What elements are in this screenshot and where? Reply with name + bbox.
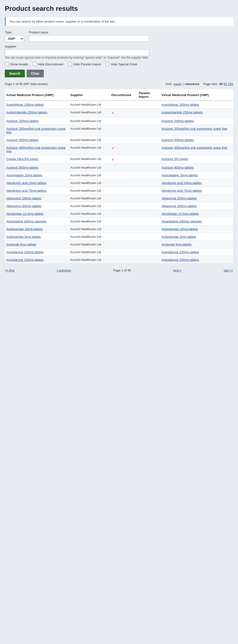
parallel-cell [137, 248, 160, 256]
parallel-cell [137, 155, 160, 164]
table-row: Alendronic acid 10mg tabletsAccord Healt… [5, 179, 233, 187]
amp-link[interactable]: Amiodarone 100mg tablets [6, 250, 44, 254]
hide-parallel-label: Hide Parallel Import [73, 62, 101, 66]
vmp-link[interactable]: Acetazolamide 250mg tablets [162, 110, 203, 114]
amp-link[interactable]: Aceclofenac 100mg tablets [6, 103, 44, 106]
discontinued-cell [110, 194, 137, 202]
amp-link[interactable]: Ambrisentan 10mg tablets [6, 227, 43, 231]
amp-link[interactable]: Amantadine 100mg capsules [6, 220, 47, 223]
supplier-input[interactable]: Accord [5, 49, 149, 56]
vmp-link[interactable]: Aciclovir 200mg tablets [162, 119, 194, 123]
amp-cell: Allopurinol 300mg tablets [5, 202, 69, 210]
supplier-cell: Accord Healthcare Ltd [69, 248, 110, 256]
parallel-cell [137, 144, 160, 155]
supplier-cell: Accord Healthcare Ltd [69, 194, 110, 202]
discontinued-cell [110, 164, 137, 172]
pagination-next[interactable]: next > [173, 268, 182, 272]
amp-link[interactable]: Amiloride 5mg tablets [6, 242, 36, 246]
vmp-link[interactable]: Almotriptan 12.5mg tablets [162, 212, 199, 216]
show-invalid-checkbox-item: Show Invalid [5, 62, 28, 66]
sort-label: Sort: [166, 82, 172, 86]
table-row: Amantadine 100mg capsulesAccord Healthca… [5, 218, 233, 225]
amp-link[interactable]: Aciclovir 200mg/5ml oral suspension suga… [6, 127, 66, 134]
discontinued-cell [110, 101, 137, 108]
hide-parallel-checkbox-item: Hide Parallel Import [68, 62, 101, 66]
hide-parallel-checkbox[interactable] [68, 62, 72, 66]
vmp-link[interactable]: Agomelatine 25mg tablets [162, 174, 198, 177]
supplier-cell: Accord Healthcare Ltd [69, 101, 110, 108]
vmp-link[interactable]: Alendronic acid 10mg tablets [162, 181, 202, 185]
hide-discontinued-checkbox[interactable] [33, 62, 37, 66]
vmp-link[interactable]: Alendronic acid 70mg tablets [162, 189, 202, 192]
amp-link[interactable]: Aciclovir 800mg tablets [6, 166, 39, 169]
amp-cell: Aciclovir 800mg tablets [5, 164, 69, 172]
vmp-cell: Almotriptan 12.5mg tablets [160, 210, 233, 218]
supplier-cell: Accord Healthcare Ltd [69, 202, 110, 210]
product-name-input[interactable] [29, 35, 149, 42]
vmp-link[interactable]: Aciclovir 800mg tablets [162, 166, 194, 169]
table-row: Amiodarone 100mg tabletsAccord Healthcar… [5, 248, 233, 256]
amp-link[interactable]: Almotriptan 12.5mg tablets [6, 212, 44, 216]
discontinued-cell [110, 202, 137, 210]
clear-button[interactable]: Clear [27, 70, 44, 77]
table-row: Allopurinol 100mg tabletsAccord Healthca… [5, 194, 233, 202]
amp-link[interactable]: Acetazolamide 250mg tablets [6, 110, 47, 114]
type-select[interactable]: AMP VMP VMPP AMPP [5, 35, 24, 42]
pagination-first[interactable]: << first [5, 268, 15, 272]
parallel-cell [137, 225, 160, 233]
vmp-link[interactable]: Aciclovir 5% cream [162, 157, 188, 161]
supplier-cell: Accord Healthcare Ltd [69, 155, 110, 164]
vmp-link[interactable]: Allopurinol 300mg tablets [162, 204, 197, 208]
table-row: Ambrisentan 5mg tabletsAccord Healthcare… [5, 233, 233, 241]
parallel-cell [137, 108, 160, 117]
supplier-cell: Accord Healthcare Ltd [69, 179, 110, 187]
vmp-link[interactable]: Ambrisentan 5mg tablets [162, 235, 196, 238]
show-invalid-checkbox[interactable] [5, 62, 9, 66]
supplier-cell: Accord Healthcare Ltd [69, 144, 110, 155]
parallel-cell [137, 241, 160, 248]
vmp-link[interactable]: Ambrisentan 10mg tablets [162, 227, 198, 231]
vmp-cell: Aciclovir 5% cream [160, 155, 233, 164]
amp-cell: Ambrisentan 10mg tablets [5, 225, 69, 233]
amp-link[interactable]: Aciclovir 400mg/5ml oral suspension suga… [6, 146, 66, 153]
info-box: You can search by either product name, s… [5, 17, 233, 26]
results-table: Actual Medicinal Product (AMP) Supplier … [5, 89, 233, 264]
search-button[interactable]: Search [5, 70, 25, 77]
vmp-link[interactable]: Amantadine 100mg capsules [162, 220, 202, 223]
discontinued-cell [110, 241, 137, 248]
vmp-link[interactable]: Aceclofenac 100mg tablets [162, 103, 199, 106]
table-header-row: Actual Medicinal Product (AMP) Supplier … [5, 89, 233, 101]
amp-cell: Aciclovir 200mg/5ml oral suspension suga… [5, 125, 69, 136]
amp-link[interactable]: Aciclovir 400mg tablets [6, 138, 39, 142]
hide-special-order-checkbox[interactable] [106, 62, 109, 66]
amp-link[interactable]: Alendronic acid 70mg tablets [6, 189, 46, 192]
amp-link[interactable]: Allopurinol 300mg tablets [6, 204, 41, 208]
page-size-50-link[interactable]: 50 [223, 82, 227, 86]
supplier-cell: Accord Healthcare Ltd [69, 210, 110, 218]
results-summary: Page 1 of 45 (897 total results) [5, 82, 48, 86]
parallel-cell [137, 194, 160, 202]
amp-link[interactable]: Alendronic acid 10mg tablets [6, 181, 46, 185]
amp-link[interactable]: Amiodarone 200mg tablets [6, 258, 44, 262]
vmp-link[interactable]: Allopurinol 100mg tablets [162, 196, 197, 200]
pagination-last[interactable]: last >> [224, 268, 233, 272]
vmp-link[interactable]: Aciclovir 400mg/5ml oral suspension suga… [162, 146, 227, 150]
vmp-cell: Amiodarone 100mg tablets [160, 248, 233, 256]
col-header-vmp: Virtual Medicinal Product (VMP) [160, 89, 233, 101]
amp-link[interactable]: Allopurinol 100mg tablets [6, 196, 41, 200]
vmp-link[interactable]: Amiodarone 100mg tablets [162, 250, 199, 254]
amp-link[interactable]: Ambrisentan 5mg tablets [6, 235, 41, 238]
amp-link[interactable]: Aciclovir 200mg tablets [6, 119, 39, 123]
amp-cell: Aciclovir 200mg tablets [5, 117, 69, 125]
pagination-previous[interactable]: < previous [57, 268, 71, 272]
vmp-link[interactable]: Aciclovir 200mg/5ml oral suspension suga… [162, 127, 227, 130]
amp-link[interactable]: Agomelatine 25mg tablets [6, 174, 42, 177]
vmp-link[interactable]: Aciclovir 400mg tablets [162, 138, 194, 142]
sort-name-link[interactable]: name [174, 82, 181, 86]
vmp-link[interactable]: Amiloride 5mg tablets [162, 242, 192, 246]
page-size-100-link[interactable]: 100 [228, 82, 233, 86]
supplier-cell: Accord Healthcare Ltd [69, 241, 110, 248]
vmp-cell: Alendronic acid 70mg tablets [160, 187, 233, 194]
vmp-link[interactable]: Amiodarone 200mg tablets [162, 258, 199, 262]
amp-link[interactable]: Cymex Ultra 5% cream [6, 157, 39, 161]
